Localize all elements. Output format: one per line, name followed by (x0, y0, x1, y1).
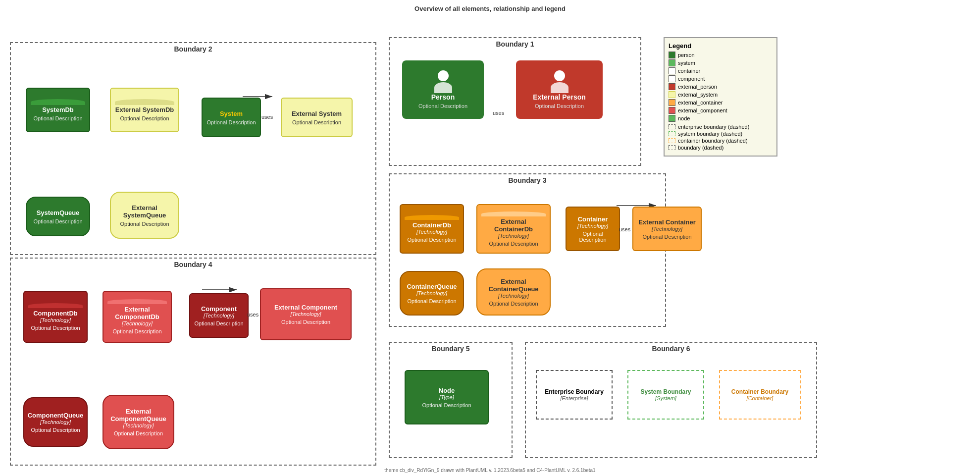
container-db-tech: [Technology] (416, 229, 447, 235)
external-container-desc: Optional Description (642, 234, 691, 240)
legend-container-boundary-label: container boundary (dashed) (678, 138, 748, 144)
container-queue-desc: Optional Description (407, 298, 456, 304)
boundary-3: Boundary 3 ContainerDb [Technology] Opti… (389, 173, 666, 327)
legend-container-label: container (678, 68, 700, 74)
legend-external-person: external_person (669, 83, 773, 90)
legend-external-container: external_container (669, 99, 773, 106)
boundary-4-title: Boundary 4 (11, 259, 375, 270)
footer: theme cb_div_RdYlGn_9 drawn with PlantUM… (0, 468, 980, 473)
node: Node [Type] Optional Description (405, 370, 489, 424)
component-db-tech: [Technology] (40, 317, 71, 323)
uses-label-4: uses (247, 312, 258, 317)
enterprise-boundary-tech: [Enterprise] (560, 395, 588, 401)
node-title: Node (439, 387, 455, 394)
diagram-area: Boundary 2 SystemDb Optional Description… (0, 15, 980, 475)
boundary-6: Boundary 6 Enterprise Boundary [Enterpri… (525, 342, 817, 458)
legend-external-container-label: external_container (678, 100, 723, 106)
external-component: External Component [Technology] Optional… (260, 288, 352, 340)
legend-container: container (669, 67, 773, 74)
boundary-5-title: Boundary 5 (390, 343, 512, 355)
external-component-db-desc: Optional Description (112, 328, 161, 334)
boundary-1-title: Boundary 1 (390, 38, 640, 50)
boundary-6-title: Boundary 6 (526, 343, 816, 355)
legend-external-system: external_system (669, 91, 773, 98)
legend-person: person (669, 52, 773, 58)
external-system-queue-title: ExternalSystemQueue (123, 204, 166, 219)
component-queue-desc: Optional Description (31, 427, 80, 433)
person-element: Person Optional Description (402, 60, 484, 119)
boundary-5: Boundary 5 Node [Type] Optional Descript… (389, 342, 513, 458)
component-desc: Optional Description (194, 320, 243, 326)
container-boundary-tech: [Container] (747, 395, 774, 401)
system-queue-desc: Optional Description (33, 218, 82, 224)
system-boundary-box: System Boundary [System] (627, 370, 704, 420)
external-container-queue: ExternalContainerQueue [Technology] Opti… (476, 268, 551, 316)
container-queue-tech: [Technology] (416, 290, 447, 296)
container-queue: ContainerQueue [Technology] Optional Des… (400, 271, 464, 316)
system-queue-title: SystemQueue (37, 209, 80, 216)
component-tech: [Technology] (204, 313, 234, 318)
system-queue: SystemQueue Optional Description (26, 197, 90, 236)
legend-external-component-label: external_component (678, 107, 727, 113)
legend-system-label: system (678, 60, 695, 66)
external-person-title: External Person (523, 93, 595, 101)
legend: Legend person system container component… (664, 37, 777, 157)
uses-label-1: uses (261, 114, 273, 120)
container-desc: Optional Description (570, 231, 615, 243)
external-component-db-title: ExternalComponentDb (115, 306, 159, 320)
container-boundary-box: Container Boundary [Container] (719, 370, 801, 420)
external-component-queue-title: ExternalComponentQueue (110, 408, 166, 422)
person-desc: Optional Description (410, 103, 476, 109)
component-title: Component (201, 305, 237, 313)
external-component-db: ExternalComponentDb [Technology] Optiona… (103, 291, 172, 343)
external-system-queue-desc: Optional Description (120, 221, 169, 227)
system-db-desc: Optional Description (33, 115, 82, 121)
legend-system-boundary: system boundary (dashed) (669, 131, 773, 137)
container: Container [Technology] Optional Descript… (566, 207, 620, 251)
legend-external-person-label: external_person (678, 84, 717, 90)
legend-node-label: node (678, 115, 690, 121)
legend-person-label: person (678, 52, 695, 58)
external-system-queue: ExternalSystemQueue Optional Description (110, 192, 179, 239)
legend-enterprise-boundary: enterprise boundary (dashed) (669, 124, 773, 130)
external-person-box: External Person Optional Description (516, 60, 603, 119)
external-container-db: External ContainerDb [Technology] Option… (476, 204, 551, 254)
boundary-2: Boundary 2 SystemDb Optional Description… (10, 42, 376, 255)
component-queue-title: ComponentQueue (28, 412, 84, 419)
system-db: SystemDb Optional Description (26, 88, 90, 132)
external-container-tech: [Technology] (652, 226, 682, 232)
external-system-desc: Optional Description (292, 119, 341, 125)
external-component-queue-desc: Optional Description (114, 430, 163, 436)
component-queue: ComponentQueue [Technology] Optional Des… (23, 397, 88, 447)
external-system-title: External System (292, 110, 342, 117)
external-container-db-title: External ContainerDb (481, 218, 546, 233)
external-container-queue-tech: [Technology] (498, 293, 529, 299)
external-system-db-desc: Optional Description (120, 115, 169, 121)
legend-container-boundary: container boundary (dashed) (669, 138, 773, 144)
external-system: External System Optional Description (281, 98, 353, 137)
enterprise-boundary-title: Enterprise Boundary (545, 388, 604, 395)
system-boundary-tech: [System] (655, 395, 676, 401)
container-boundary-title: Container Boundary (731, 388, 788, 395)
external-container-queue-title: ExternalContainerQueue (488, 278, 538, 293)
external-person-element: External Person Optional Description (516, 60, 603, 119)
external-container-db-desc: Optional Description (489, 241, 538, 247)
system-desc: Optional Description (206, 119, 256, 125)
system-boundary-title: System Boundary (640, 388, 691, 395)
enterprise-boundary-box: Enterprise Boundary [Enterprise] (536, 370, 613, 420)
external-component-queue: ExternalComponentQueue [Technology] Opti… (103, 395, 174, 449)
person-box: Person Optional Description (402, 60, 484, 119)
component-db: ComponentDb [Technology] Optional Descri… (23, 291, 88, 343)
boundary-3-title: Boundary 3 (390, 174, 665, 186)
external-container-db-tech: [Technology] (498, 233, 529, 239)
person-title: Person (410, 93, 476, 101)
external-container-queue-desc: Optional Description (489, 301, 538, 307)
component: Component [Technology] Optional Descript… (189, 293, 249, 338)
legend-external-component: external_component (669, 107, 773, 114)
external-component-queue-tech: [Technology] (123, 422, 154, 428)
component-queue-tech: [Technology] (40, 419, 71, 425)
page-title: Overview of all elements, relationship a… (0, 0, 980, 15)
legend-enterprise-boundary-label: enterprise boundary (dashed) (678, 124, 749, 130)
legend-boundary-label: boundary (dashed) (678, 145, 723, 151)
external-person-desc: Optional Description (523, 103, 595, 109)
